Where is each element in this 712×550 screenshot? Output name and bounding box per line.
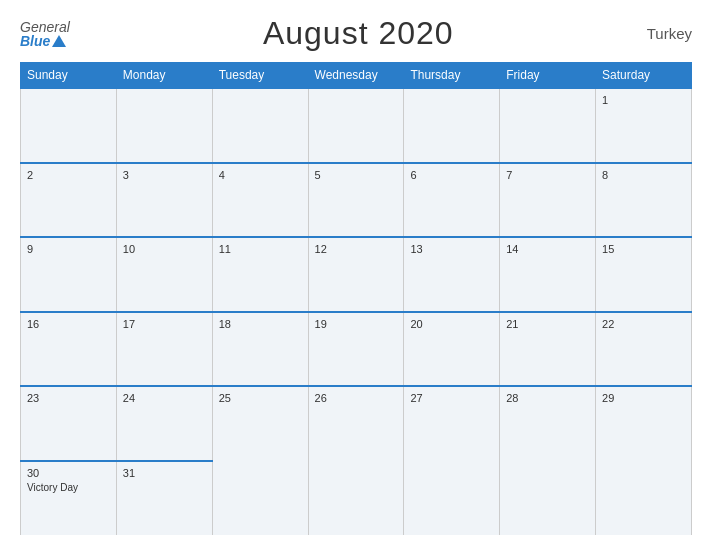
day-number: 19 <box>315 318 398 330</box>
day-number: 30 <box>27 467 110 479</box>
calendar-week-6: 30Victory Day31 <box>21 461 692 536</box>
day-event: Victory Day <box>27 482 78 493</box>
logo: General Blue <box>20 20 70 48</box>
calendar-day: 30Victory Day <box>21 461 117 536</box>
calendar-day <box>308 88 404 163</box>
day-number: 5 <box>315 169 398 181</box>
day-number: 11 <box>219 243 302 255</box>
day-number: 8 <box>602 169 685 181</box>
day-number: 1 <box>602 94 685 106</box>
calendar-day: 2 <box>21 163 117 238</box>
calendar-day: 7 <box>500 163 596 238</box>
calendar-day: 25 <box>212 386 308 461</box>
days-of-week-row: Sunday Monday Tuesday Wednesday Thursday… <box>21 63 692 89</box>
day-number: 24 <box>123 392 206 404</box>
col-wednesday: Wednesday <box>308 63 404 89</box>
day-number: 28 <box>506 392 589 404</box>
day-number: 3 <box>123 169 206 181</box>
calendar-day <box>308 461 404 536</box>
calendar-day <box>404 88 500 163</box>
calendar-day <box>212 461 308 536</box>
col-thursday: Thursday <box>404 63 500 89</box>
calendar-day: 18 <box>212 312 308 387</box>
calendar-day <box>500 461 596 536</box>
day-number: 25 <box>219 392 302 404</box>
calendar-day: 23 <box>21 386 117 461</box>
calendar-day: 14 <box>500 237 596 312</box>
logo-blue-text: Blue <box>20 34 50 48</box>
calendar-day: 21 <box>500 312 596 387</box>
calendar-day: 28 <box>500 386 596 461</box>
day-number: 20 <box>410 318 493 330</box>
calendar-day <box>116 88 212 163</box>
calendar-day: 4 <box>212 163 308 238</box>
calendar-day: 8 <box>596 163 692 238</box>
calendar-day: 15 <box>596 237 692 312</box>
day-number: 22 <box>602 318 685 330</box>
day-number: 7 <box>506 169 589 181</box>
calendar-day: 20 <box>404 312 500 387</box>
day-number: 4 <box>219 169 302 181</box>
calendar-day: 6 <box>404 163 500 238</box>
logo-triangle-icon <box>52 35 66 47</box>
day-number: 21 <box>506 318 589 330</box>
logo-general-text: General <box>20 20 70 34</box>
col-tuesday: Tuesday <box>212 63 308 89</box>
calendar-day <box>212 88 308 163</box>
calendar-week-1: 1 <box>21 88 692 163</box>
day-number: 17 <box>123 318 206 330</box>
calendar-day <box>596 461 692 536</box>
calendar-week-4: 16171819202122 <box>21 312 692 387</box>
col-saturday: Saturday <box>596 63 692 89</box>
col-monday: Monday <box>116 63 212 89</box>
col-sunday: Sunday <box>21 63 117 89</box>
day-number: 27 <box>410 392 493 404</box>
day-number: 23 <box>27 392 110 404</box>
calendar-day <box>21 88 117 163</box>
month-title: August 2020 <box>263 15 454 52</box>
calendar-week-5: 23242526272829 <box>21 386 692 461</box>
day-number: 16 <box>27 318 110 330</box>
calendar-day: 10 <box>116 237 212 312</box>
calendar-day: 11 <box>212 237 308 312</box>
calendar-day: 12 <box>308 237 404 312</box>
calendar-body: 1234567891011121314151617181920212223242… <box>21 88 692 535</box>
calendar-day: 29 <box>596 386 692 461</box>
day-number: 14 <box>506 243 589 255</box>
calendar-day: 19 <box>308 312 404 387</box>
calendar-day: 26 <box>308 386 404 461</box>
calendar-day: 27 <box>404 386 500 461</box>
day-number: 29 <box>602 392 685 404</box>
calendar-day: 31 <box>116 461 212 536</box>
day-number: 26 <box>315 392 398 404</box>
calendar-day: 13 <box>404 237 500 312</box>
calendar-day: 3 <box>116 163 212 238</box>
calendar-day <box>500 88 596 163</box>
calendar-day: 24 <box>116 386 212 461</box>
day-number: 12 <box>315 243 398 255</box>
calendar-day: 5 <box>308 163 404 238</box>
calendar-day: 16 <box>21 312 117 387</box>
page-header: General Blue August 2020 Turkey <box>20 15 692 52</box>
calendar-week-3: 9101112131415 <box>21 237 692 312</box>
day-number: 2 <box>27 169 110 181</box>
calendar-week-2: 2345678 <box>21 163 692 238</box>
calendar-day <box>404 461 500 536</box>
calendar-day: 22 <box>596 312 692 387</box>
calendar-table: Sunday Monday Tuesday Wednesday Thursday… <box>20 62 692 535</box>
country-label: Turkey <box>647 25 692 42</box>
day-number: 15 <box>602 243 685 255</box>
day-number: 6 <box>410 169 493 181</box>
day-number: 9 <box>27 243 110 255</box>
calendar-day: 9 <box>21 237 117 312</box>
day-number: 18 <box>219 318 302 330</box>
calendar-day: 17 <box>116 312 212 387</box>
col-friday: Friday <box>500 63 596 89</box>
day-number: 10 <box>123 243 206 255</box>
day-number: 31 <box>123 467 206 479</box>
calendar-day: 1 <box>596 88 692 163</box>
day-number: 13 <box>410 243 493 255</box>
calendar-header: Sunday Monday Tuesday Wednesday Thursday… <box>21 63 692 89</box>
